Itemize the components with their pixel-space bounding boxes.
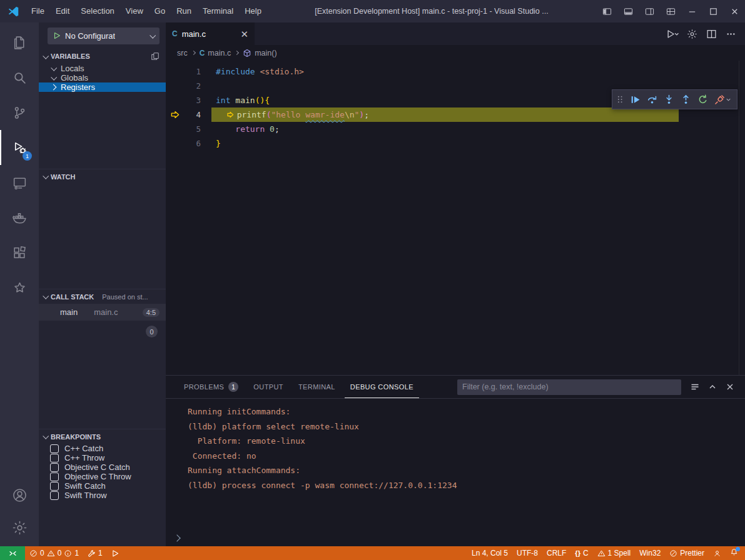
variables-header[interactable]: VARIABLES <box>39 49 166 64</box>
maximize-panel-icon[interactable] <box>707 382 717 392</box>
menu-selection[interactable]: Selection <box>75 0 119 22</box>
checkbox[interactable] <box>50 444 59 453</box>
tab-main-c[interactable]: C main.c ✕ <box>166 22 255 45</box>
checkbox[interactable] <box>50 491 59 500</box>
breakpoint-row-swift-catch[interactable]: Swift Catch <box>39 481 166 491</box>
stack-frame-row[interactable]: main main.c 4:5 <box>39 304 166 321</box>
menu-edit[interactable]: Edit <box>50 0 75 22</box>
variables-row-locals[interactable]: Locals <box>39 64 166 73</box>
customize-layout-button[interactable] <box>660 0 681 22</box>
checkbox[interactable] <box>50 472 59 481</box>
activity-settings[interactable] <box>0 511 39 544</box>
code-line-1[interactable]: 1#include <stdio.h> <box>166 64 745 79</box>
debug-config-select[interactable]: No Configurat <box>48 28 160 44</box>
disconnect-button[interactable] <box>712 92 734 107</box>
language-mode[interactable]: {}C <box>570 546 592 560</box>
breakpoint-row-swift-throw[interactable]: Swift Throw <box>39 491 166 500</box>
checkbox[interactable] <box>50 463 59 472</box>
breakpoint-row-c-throw[interactable]: C++ Throw <box>39 453 166 462</box>
toggle-secondary-sidebar-button[interactable] <box>639 0 660 22</box>
toggle-primary-sidebar-button[interactable] <box>596 0 617 22</box>
checkbox[interactable] <box>50 482 59 491</box>
toggle-panel-button[interactable] <box>617 0 639 22</box>
variables-row-globals[interactable]: Globals <box>39 73 166 82</box>
tab-close-icon[interactable]: ✕ <box>240 29 248 39</box>
editor-surface[interactable]: 1#include <stdio.h>23int main(){4 printf… <box>166 61 745 375</box>
notifications-status[interactable] <box>726 546 742 560</box>
breakpoint-row-objective-c-catch[interactable]: Objective C Catch <box>39 462 166 472</box>
encoding-status[interactable]: UTF-8 <box>512 546 542 560</box>
activity-docker[interactable] <box>0 200 39 235</box>
eol-status[interactable]: CRLF <box>542 546 570 560</box>
activity-remote-explorer[interactable] <box>0 165 39 200</box>
menu-view[interactable]: View <box>120 0 149 22</box>
watch-header[interactable]: WATCH <box>39 169 166 184</box>
variables-tree: LocalsGlobalsRegisters <box>39 64 166 92</box>
breakpoint-row-c-catch[interactable]: C++ Catch <box>39 444 166 453</box>
breadcrumb-symbol[interactable]: main() <box>243 49 276 58</box>
close-panel-icon[interactable] <box>725 382 735 392</box>
editor-settings-button[interactable] <box>684 26 700 42</box>
split-editor-button[interactable] <box>704 26 719 42</box>
activity-source-control[interactable] <box>0 95 39 130</box>
platform-status[interactable]: Win32 <box>635 546 665 560</box>
drag-handle-icon[interactable] <box>616 94 625 104</box>
call-stack-header[interactable]: CALL STACK Paused on st... <box>39 289 166 304</box>
console-filter-input[interactable] <box>462 382 676 391</box>
launch-status[interactable] <box>107 546 124 560</box>
more-actions-button[interactable] <box>723 26 739 42</box>
run-or-debug-button[interactable] <box>665 26 681 42</box>
checkbox[interactable] <box>50 454 59 462</box>
breadcrumb-file[interactable]: Cmain.c <box>200 49 231 58</box>
activity-accounts[interactable] <box>0 479 39 511</box>
menu-help[interactable]: Help <box>239 0 267 22</box>
gutter-glyph-margin[interactable] <box>166 136 185 151</box>
variables-row-registers[interactable]: Registers <box>39 82 166 92</box>
gutter-glyph-margin[interactable] <box>166 64 185 79</box>
gutter-glyph-margin[interactable] <box>166 122 185 136</box>
code-line-5[interactable]: 5 return 0; <box>166 122 745 136</box>
breakpoints-header[interactable]: BREAKPOINTS <box>39 429 166 444</box>
menu-file[interactable]: File <box>26 0 50 22</box>
debug-console-prompt[interactable] <box>166 530 745 546</box>
activity-explorer[interactable] <box>0 25 39 60</box>
minimize-button[interactable] <box>681 0 702 22</box>
menu-terminal[interactable]: Terminal <box>197 0 239 22</box>
editor-scrollbar[interactable] <box>739 61 745 375</box>
panel-tab-label: PROBLEMS <box>184 383 224 391</box>
continue-button[interactable] <box>627 92 643 107</box>
restart-button[interactable] <box>695 92 711 107</box>
panel-tab-output[interactable]: OUTPUT <box>248 376 289 398</box>
gutter-glyph-margin[interactable] <box>166 93 185 108</box>
step-out-button[interactable] <box>678 92 694 107</box>
activity-search[interactable] <box>0 60 39 95</box>
close-button[interactable] <box>724 0 745 22</box>
activity-extensions[interactable] <box>0 235 39 270</box>
menu-run[interactable]: Run <box>171 0 197 22</box>
spell-checker-status[interactable]: 1 Spell <box>593 546 636 560</box>
gutter-glyph-margin[interactable] <box>166 108 185 122</box>
formatter-status[interactable]: Prettier <box>665 546 709 560</box>
remote-indicator[interactable] <box>0 546 25 560</box>
copy-icon[interactable] <box>151 52 160 61</box>
tasks-status[interactable]: 1 <box>83 546 107 560</box>
activity-wamr-ide[interactable] <box>0 270 39 305</box>
maximize-button[interactable] <box>702 0 724 22</box>
activity-run-and-debug[interactable]: 1 <box>0 130 39 165</box>
breadcrumb-src[interactable]: src <box>177 49 188 58</box>
panel-tab-terminal[interactable]: TERMINAL <box>293 376 341 398</box>
gutter-glyph-margin[interactable] <box>166 79 185 93</box>
menu-go[interactable]: Go <box>149 0 171 22</box>
filter-lines-icon[interactable] <box>690 382 700 392</box>
panel-tab-problems[interactable]: PROBLEMS1 <box>178 376 244 398</box>
cursor-position[interactable]: Ln 4, Col 5 <box>467 546 512 560</box>
code-line-4[interactable]: 4 printf("hello wamr-ide\n"); <box>166 108 745 122</box>
step-over-button[interactable] <box>644 92 660 107</box>
code-line-6[interactable]: 6} <box>166 136 745 151</box>
problems-status[interactable]: 0 0 1 <box>25 546 83 560</box>
panel-tab-debug-console[interactable]: DEBUG CONSOLE <box>345 376 419 398</box>
breakpoint-row-objective-c-throw[interactable]: Objective C Throw <box>39 472 166 481</box>
step-into-button[interactable] <box>661 92 677 107</box>
frame-position-badge: 4:5 <box>143 308 160 317</box>
feedback-status[interactable] <box>709 546 726 560</box>
